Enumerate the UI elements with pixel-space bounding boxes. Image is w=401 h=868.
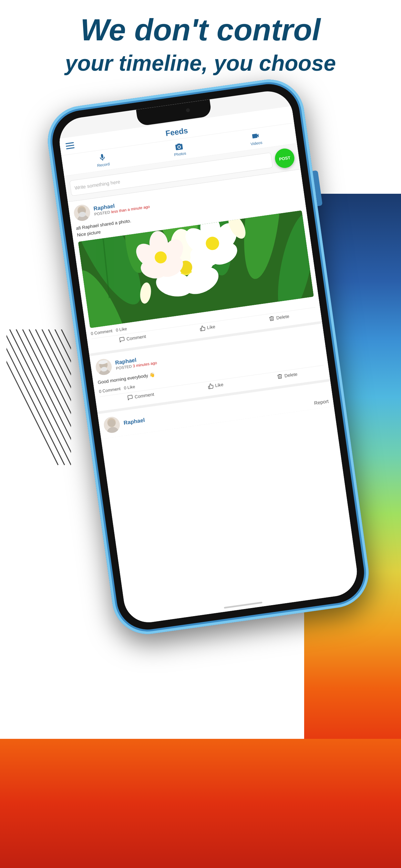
tab-record[interactable]: Record	[96, 152, 110, 168]
tab-record-label: Record	[97, 162, 110, 168]
post-1-info: Raphael POSTED less than a minute ago	[93, 198, 150, 217]
main-title: We don't control	[19, 13, 382, 47]
svg-point-12	[178, 146, 180, 148]
tab-photos[interactable]: Photos	[173, 142, 186, 157]
post-2-avatar	[95, 358, 113, 376]
post-2-comment-btn[interactable]: Comment	[127, 392, 154, 401]
svg-line-5	[35, 330, 71, 465]
hamburger-menu[interactable]	[66, 142, 74, 149]
header-section: We don't control your timeline, you choo…	[0, 13, 401, 76]
post-2-info: Raphael POSTED 3 minutes ago	[115, 354, 157, 371]
post-3-username: Raphael	[123, 417, 145, 426]
feed-area: Raphael POSTED less than a minute ago af…	[68, 169, 334, 439]
post-3-info: Raphael	[123, 417, 145, 426]
post-2-like-btn[interactable]: Like	[207, 381, 224, 390]
home-indicator	[224, 601, 263, 609]
hamburger-line-1	[66, 142, 74, 144]
tab-photos-label: Photos	[174, 151, 186, 157]
post-button[interactable]: POST	[274, 147, 296, 169]
svg-line-1	[10, 330, 71, 465]
tab-videos[interactable]: Videos	[249, 131, 263, 147]
post-1-comment-btn[interactable]: Comment	[119, 333, 146, 343]
post-3-avatar	[103, 415, 121, 434]
svg-line-10	[6, 330, 65, 465]
post-2-delete-btn[interactable]: Delete	[277, 371, 298, 380]
hamburger-line-2	[66, 145, 74, 147]
hamburger-line-3	[66, 147, 74, 150]
post-1-delete-btn[interactable]: Delete	[269, 313, 289, 322]
bg-diagonal-lines	[6, 330, 71, 475]
tab-videos-label: Videos	[250, 140, 263, 146]
post-card-1: Raphael POSTED less than a minute ago af…	[68, 169, 322, 354]
bg-bottom-gradient	[0, 739, 401, 868]
app-title: Feeds	[165, 126, 189, 138]
post-1-like-btn[interactable]: Like	[199, 323, 216, 332]
subtitle: your timeline, you choose	[19, 50, 382, 76]
svg-line-3	[23, 330, 71, 465]
post-1-avatar	[73, 204, 91, 222]
